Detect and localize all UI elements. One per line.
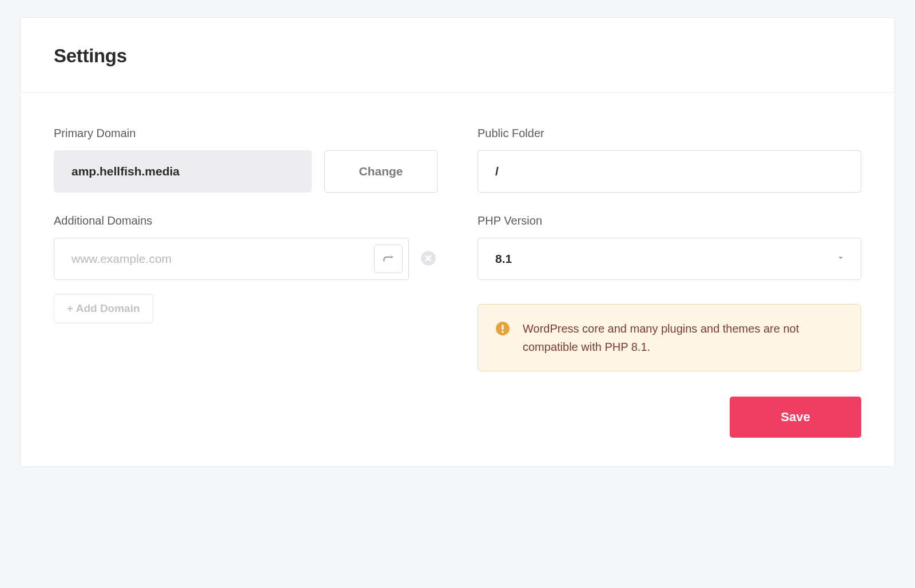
php-warning-text: WordPress core and many plugins and them… xyxy=(523,319,844,356)
php-version-label: PHP Version xyxy=(478,214,861,227)
public-folder-label: Public Folder xyxy=(478,127,861,140)
remove-domain-button[interactable] xyxy=(419,250,437,268)
card-body: Primary Domain amp.hellfish.media Change… xyxy=(21,93,894,466)
chevron-down-icon xyxy=(836,253,846,265)
card-header: Settings xyxy=(21,18,894,93)
warning-icon xyxy=(495,321,510,336)
change-domain-button[interactable]: Change xyxy=(324,150,437,193)
php-warning-alert: WordPress core and many plugins and them… xyxy=(478,304,861,371)
additional-domains-field: Additional Domains xyxy=(54,214,437,323)
close-circle-icon xyxy=(420,250,436,268)
primary-domain-label: Primary Domain xyxy=(54,127,437,140)
save-button[interactable]: Save xyxy=(730,397,861,438)
actions-row: Save xyxy=(54,397,861,438)
additional-domains-label: Additional Domains xyxy=(54,214,437,227)
right-column: Public Folder PHP Version 8.1 xyxy=(478,127,861,371)
public-folder-input[interactable] xyxy=(478,150,861,193)
php-version-select[interactable]: 8.1 xyxy=(478,238,861,280)
page-title: Settings xyxy=(54,45,861,67)
settings-card: Settings Primary Domain amp.hellfish.med… xyxy=(20,17,895,467)
php-version-value: 8.1 xyxy=(495,252,512,266)
add-domain-button[interactable]: + Add Domain xyxy=(54,294,153,323)
svg-point-3 xyxy=(502,331,504,333)
redirect-button[interactable] xyxy=(374,245,403,273)
left-column: Primary Domain amp.hellfish.media Change… xyxy=(54,127,437,371)
public-folder-field: Public Folder xyxy=(478,127,861,193)
redirect-icon xyxy=(381,251,396,267)
additional-domain-input[interactable] xyxy=(71,238,367,279)
additional-domain-row xyxy=(54,238,409,280)
primary-domain-value: amp.hellfish.media xyxy=(54,150,312,193)
php-version-field: PHP Version 8.1 xyxy=(478,214,861,280)
svg-rect-2 xyxy=(502,325,503,330)
primary-domain-field: Primary Domain amp.hellfish.media Change xyxy=(54,127,437,193)
